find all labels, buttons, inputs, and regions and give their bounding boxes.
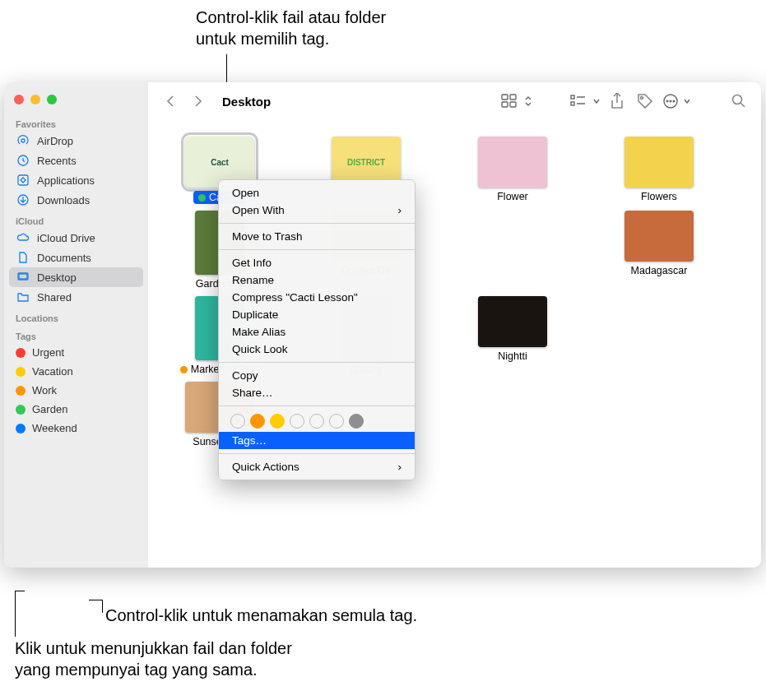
callout-top: Control-klik fail atau folder untuk memi… xyxy=(196,7,386,49)
tag-dot-icon xyxy=(198,194,206,202)
tag-dot-icon xyxy=(16,405,26,415)
sidebar-tag-urgent[interactable]: Urgent xyxy=(4,343,148,362)
downloads-icon xyxy=(16,193,30,206)
tag-dot-icon xyxy=(16,424,26,433)
file-item[interactable]: Nightti xyxy=(446,296,579,375)
sidebar-item-label: Urgent xyxy=(32,346,64,359)
view-switcher[interactable] xyxy=(501,94,532,109)
menu-item-compress-cacti-lesson-[interactable]: Compress "Cacti Lesson" xyxy=(219,289,415,306)
file-thumbnail xyxy=(478,137,547,188)
tag-color-swatch[interactable] xyxy=(230,414,245,429)
sidebar-item-label: AirDrop xyxy=(37,135,73,147)
shared-icon xyxy=(16,290,30,304)
menu-item-copy[interactable]: Copy xyxy=(219,367,415,384)
menu-item-make-alias[interactable]: Make Alias xyxy=(219,323,415,341)
search-button[interactable] xyxy=(728,92,750,110)
sidebar-item-shared[interactable]: Shared xyxy=(4,287,148,307)
window-title: Desktop xyxy=(222,95,271,109)
tags-button[interactable] xyxy=(634,92,656,110)
menu-separator xyxy=(219,223,415,224)
tag-color-swatch[interactable] xyxy=(290,414,304,429)
sidebar-item-label: Downloads xyxy=(37,194,90,206)
menu-item-open[interactable]: Open xyxy=(219,184,415,202)
svg-rect-9 xyxy=(510,102,516,107)
close-button[interactable] xyxy=(14,95,24,104)
file-label: Nightti xyxy=(498,350,527,362)
tag-color-swatch[interactable] xyxy=(250,414,265,429)
callout-line xyxy=(15,591,25,591)
menu-item-rename[interactable]: Rename xyxy=(219,271,415,289)
sidebar-item-label: Garden xyxy=(32,403,67,415)
sidebar-item-airdrop[interactable]: AirDrop xyxy=(4,131,148,151)
sidebar-item-label: Desktop xyxy=(37,271,77,284)
svg-point-16 xyxy=(666,100,668,102)
airdrop-icon xyxy=(16,134,30,147)
menu-separator xyxy=(219,249,415,250)
sidebar-item-label: Weekend xyxy=(32,422,77,434)
svg-point-14 xyxy=(641,97,643,100)
tag-dot-icon xyxy=(16,348,26,358)
file-item[interactable]: Flowers xyxy=(592,137,726,204)
tag-color-swatch[interactable] xyxy=(270,414,285,429)
callout-line xyxy=(15,591,16,637)
file-thumbnail xyxy=(624,137,694,188)
sidebar-item-applications[interactable]: Applications xyxy=(4,170,148,190)
sidebar-tag-weekend[interactable]: Weekend xyxy=(4,419,148,438)
chevron-right-icon: › xyxy=(398,204,402,216)
menu-item-duplicate[interactable]: Duplicate xyxy=(219,306,415,323)
svg-rect-2 xyxy=(18,175,28,185)
sidebar-item-desktop[interactable]: Desktop xyxy=(9,267,143,287)
menu-tag-colors xyxy=(219,410,415,432)
file-item[interactable]: Flower xyxy=(446,137,579,204)
callout-mid: Control-klik untuk menamakan semula tag. xyxy=(105,605,417,626)
menu-item-open-with[interactable]: Open With› xyxy=(219,202,415,219)
menu-item-quick-actions[interactable]: Quick Actions› xyxy=(219,458,415,475)
svg-line-20 xyxy=(740,103,745,107)
menu-item-get-info[interactable]: Get Info xyxy=(219,254,415,271)
forward-button[interactable] xyxy=(188,92,209,110)
group-button[interactable] xyxy=(570,95,600,108)
sidebar-header-locations: Locations xyxy=(4,307,148,325)
minimize-button[interactable] xyxy=(30,95,40,104)
sidebar-tag-work[interactable]: Work xyxy=(4,381,148,400)
menu-separator xyxy=(219,406,415,406)
sidebar-header-icloud: iCloud xyxy=(4,210,148,228)
more-button[interactable] xyxy=(662,93,690,109)
back-button[interactable] xyxy=(160,92,181,110)
svg-point-17 xyxy=(670,100,671,102)
menu-separator xyxy=(219,453,415,454)
file-label: Flower xyxy=(497,191,528,202)
sidebar: Favorites AirDropRecentsApplicationsDown… xyxy=(4,82,148,568)
svg-point-18 xyxy=(673,100,675,102)
file-label: Madagascar xyxy=(631,265,688,276)
sidebar-item-icloud-drive[interactable]: iCloud Drive xyxy=(4,228,148,248)
svg-point-19 xyxy=(733,95,742,104)
tag-color-swatch[interactable] xyxy=(309,414,324,429)
menu-item-tags[interactable]: Tags… xyxy=(219,432,415,449)
tag-color-swatch[interactable] xyxy=(349,414,364,429)
callout-line xyxy=(102,600,103,613)
sidebar-item-label: iCloud Drive xyxy=(37,232,95,244)
sidebar-item-downloads[interactable]: Downloads xyxy=(4,190,148,210)
menu-item-share-[interactable]: Share… xyxy=(219,384,415,401)
tag-color-swatch[interactable] xyxy=(329,414,344,429)
sidebar-item-documents[interactable]: Documents xyxy=(4,248,148,267)
file-thumbnail xyxy=(478,296,547,347)
sidebar-header-tags: Tags xyxy=(4,325,148,343)
sidebar-header-favorites: Favorites xyxy=(4,113,148,131)
doc-icon xyxy=(16,251,30,264)
menu-item-quick-look[interactable]: Quick Look xyxy=(219,341,415,358)
sidebar-tag-vacation[interactable]: Vacation xyxy=(4,362,148,381)
sidebar-item-label: Recents xyxy=(37,155,77,167)
finder-window: Favorites AirDropRecentsApplicationsDown… xyxy=(4,82,761,568)
menu-item-move-to-trash[interactable]: Move to Trash xyxy=(219,228,415,245)
sidebar-item-recents[interactable]: Recents xyxy=(4,151,148,170)
share-button[interactable] xyxy=(606,92,628,110)
tag-dot-icon xyxy=(180,366,188,373)
svg-point-0 xyxy=(21,139,25,142)
file-item[interactable]: Madagascar xyxy=(592,211,726,290)
file-thumbnail xyxy=(624,211,694,262)
sidebar-item-label: Shared xyxy=(37,291,72,304)
zoom-button[interactable] xyxy=(47,95,57,104)
sidebar-tag-garden[interactable]: Garden xyxy=(4,400,148,419)
